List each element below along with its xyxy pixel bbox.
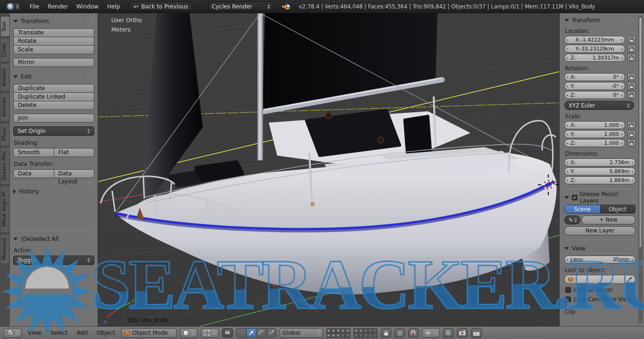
lock-rotation-y-button[interactable] [627,82,636,90]
menu-view[interactable]: View [28,330,41,336]
tab-grease-pencil[interactable]: Grease Pen [1,147,10,185]
data-transfer-data-button[interactable]: Data [13,169,54,178]
action-dropdown[interactable]: Toggle [13,256,94,265]
lock-location-x-button[interactable] [627,36,636,44]
lock-location-y-button[interactable] [627,45,636,53]
shade-flat-button[interactable]: Flat [54,148,95,157]
snap-target-button[interactable] [443,328,454,338]
gpencil-checkbox[interactable]: ✓ [572,195,578,200]
delete-button[interactable]: Delete [13,101,94,110]
gpencil-object-button[interactable]: Object [600,205,636,213]
panel-header-edit[interactable]: Edit :::: [13,73,94,81]
manipulator-scale-button[interactable] [266,328,276,338]
dimensions-y-field[interactable]: Y:5.869m [564,167,636,175]
editor-type-dropdown-3d[interactable] [4,328,22,338]
tab-physics[interactable]: Physi [1,123,10,146]
set-origin-dropdown[interactable]: Set Origin [13,126,94,136]
duplicate-button[interactable]: Duplicate [13,84,94,93]
location-x-field[interactable]: X:-1.42223mm [564,36,625,44]
rotation-z-field[interactable]: Z:0° [564,91,625,99]
gpencil-data-dropdown[interactable]: ✎ [564,215,580,224]
mast[interactable] [257,13,263,160]
lock-to-cursor-checkbox[interactable] [565,287,571,293]
back-to-previous-button[interactable]: ↩ Back to Previous [129,1,194,11]
render-engine-select[interactable]: Cycles Render [208,1,273,11]
menu-help[interactable]: Help [107,3,120,10]
panel-drag-icon[interactable]: :::: [87,74,94,79]
manipulator-rotate-button[interactable] [256,328,266,338]
gpencil-scene-button[interactable]: Scene [565,205,600,213]
panel-header-history[interactable]: History :::: [13,187,94,196]
scrollbar-thumb[interactable] [639,17,642,248]
snap-element-dropdown[interactable] [422,328,440,338]
gpencil-new-button[interactable]: + New [581,215,636,224]
snap-toggle-button[interactable] [408,328,419,338]
rotate-button[interactable]: Rotate [13,37,94,46]
lock-location-z-button[interactable] [627,54,636,62]
manipulator-axes-button[interactable] [236,328,247,338]
panel-header-transform[interactable]: Transform :::: [13,17,94,25]
lock-scale-y-button[interactable] [627,130,636,138]
join-button[interactable]: Join [13,114,94,123]
lock-scale-z-button[interactable] [627,139,636,147]
eyedropper-icon[interactable] [627,277,632,282]
panel-header-deselect-all[interactable]: (De)select All :::: [13,235,94,243]
panel-drag-icon[interactable]: :::: [628,18,636,23]
layers-widget-2[interactable] [354,328,378,338]
lens-field[interactable]: Lens:35mm [564,256,636,264]
proportional-edit-button[interactable]: ◎ [395,328,405,338]
scale-x-field[interactable]: X:1.000 [564,121,625,129]
manipulator-toggle-button[interactable] [222,328,233,338]
panel-header-view[interactable]: View :::: [564,244,636,253]
location-z-field[interactable]: Z: 1.30317m [564,54,625,62]
rotation-mode-dropdown[interactable]: XYZ Euler [564,101,634,110]
panel-drag-icon[interactable]: :::: [87,19,94,24]
tab-relations[interactable]: Relatio [1,63,10,91]
lock-rotation-x-button[interactable] [627,73,636,81]
lock-to-cursor-row[interactable]: Lock to Cursor [565,287,636,293]
scrollbar[interactable] [638,16,643,323]
menu-window[interactable]: Window [76,3,99,10]
viewport-3d[interactable]: z y x User Ortho Meters (83) Vko_Body [98,13,559,326]
rotation-x-field[interactable]: X:0° [564,73,625,81]
new-layer-button[interactable]: New Layer [564,226,636,235]
scale-y-field[interactable]: Y:1.000 [564,130,625,138]
menu-object[interactable]: Object [97,330,115,336]
scale-z-field[interactable]: Z:1.000 [564,139,625,147]
shading-dropdown[interactable] [180,328,198,338]
panel-drag-icon[interactable]: :::: [87,237,94,241]
menu-file[interactable]: File [30,3,39,10]
menu-render[interactable]: Render [48,3,68,10]
tab-mesh-align[interactable]: Mesh Align Pl [1,186,10,233]
panel-header-transform-n[interactable]: Transform :::: [564,16,636,25]
manipulator-translate-button[interactable] [246,328,256,338]
lock-to-object-field[interactable] [564,275,636,284]
lock-to-scene-button[interactable] [381,328,391,338]
mirror-button[interactable]: Mirror [13,58,94,67]
pivot-dropdown[interactable] [201,328,219,338]
panel-drag-icon[interactable]: :::: [87,189,94,194]
shade-smooth-button[interactable]: Smooth [13,148,54,157]
dimensions-z-field[interactable]: Z:1.869m [564,176,636,184]
layers-widget-1[interactable] [326,328,350,338]
lock-rotation-z-button[interactable] [627,91,636,99]
mode-dropdown[interactable]: Object Mode [121,328,177,338]
data-transfer-layout-button[interactable]: Data Layout [54,169,95,178]
opengl-render-button[interactable] [457,328,468,338]
scale-button[interactable]: Scale [13,45,94,54]
tab-create[interactable]: Creat [1,38,10,62]
rotation-y-field[interactable]: Y:-0° [564,82,625,90]
dimensions-x-field[interactable]: X:2.736m [564,158,636,166]
panel-drag-icon[interactable]: :::: [628,246,636,251]
lock-camera-row[interactable]: Lock Camera to View [565,296,636,303]
tab-measure[interactable]: Measure [1,234,10,264]
duplicate-linked-button[interactable]: Duplicate Linked [13,92,94,101]
lock-scale-x-button[interactable] [627,121,636,129]
tab-tool[interactable]: Tool [1,16,10,37]
menu-select[interactable]: Select [50,330,67,336]
panel-header-gpencil[interactable]: ✓ Grease Pencil Layers [564,193,636,202]
editor-type-dropdown[interactable]: i [5,2,21,11]
tab-animation[interactable]: Animati [1,92,10,122]
menu-add[interactable]: Add [77,330,88,336]
translate-button[interactable]: Translate [13,28,94,37]
